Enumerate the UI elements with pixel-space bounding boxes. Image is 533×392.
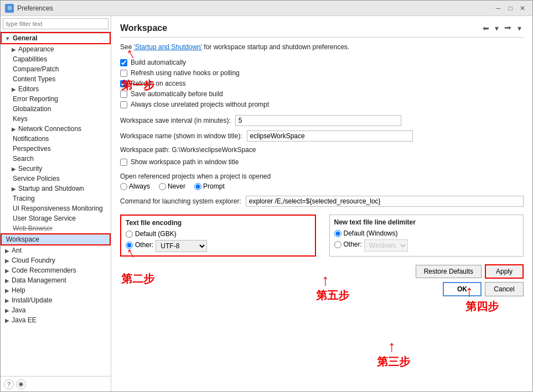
right-title: Workspace [120,23,167,33]
radio-always[interactable]: Always [120,182,150,190]
checkbox-refresh-access-input[interactable] [120,80,127,87]
tree-label-security: Security [18,165,42,173]
cancel-button[interactable]: Cancel [485,282,524,296]
tree-label-install-update: Install/Update [12,296,52,304]
tree-label-content-types: Content Types [13,75,55,83]
delimiter-other-option[interactable]: Other: [334,241,362,248]
checkbox-close-unrelated-label[interactable]: Always close unrelated projects without … [131,101,269,108]
tree-item-appearance[interactable]: ▶ Appearance [1,44,111,54]
workspace-name-input[interactable] [247,130,413,142]
tree-area: ▾ General ▶ Appearance Capabilities Comp… [1,32,111,376]
checkbox-refresh-native-input[interactable] [120,70,127,77]
tree-item-keys[interactable]: Keys [1,114,111,124]
show-path-label[interactable]: Show workspace path in window title [131,158,239,166]
checkbox-save-auto-build-label[interactable]: Save automatically before build [131,90,223,98]
forward-dropdown-button[interactable]: ▾ [515,23,524,34]
tree-arrow-install-update: ▶ [5,297,11,304]
encoding-select[interactable]: UTF-8 UTF-16 GBK ISO-8859-1 [156,240,207,252]
encoding-default-radio[interactable] [126,231,133,238]
help-icon[interactable]: ? [4,379,14,389]
radio-never[interactable]: Never [159,182,185,190]
right-panel: Workspace ⬅ ▾ ⮕ ▾ See 'Startup and Shutd… [111,16,532,391]
encoding-default-option[interactable]: Default (GBK) [126,230,311,238]
tree-item-perspectives[interactable]: Perspectives [1,144,111,154]
explorer-input[interactable] [246,196,524,207]
tree-item-compare-patch[interactable]: Compare/Patch [1,64,111,74]
ok-button[interactable]: OK [443,282,482,296]
forward-button[interactable]: ⮕ [502,23,514,34]
tree-item-editors[interactable]: ▶ Editors [1,84,111,94]
apply-button[interactable]: Apply [485,264,524,279]
tree-item-workspace[interactable]: Workspace [1,233,111,245]
tree-label-tracing: Tracing [13,195,35,202]
workspace-path-row: Workspace path: G:\Works\eclipseWorkSpac… [120,146,524,154]
delimiter-select[interactable]: Windows Unix macOS [364,239,408,252]
close-button[interactable]: ✕ [517,3,528,14]
tree-label-ui-responsiveness: UI Responsiveness Monitoring [13,205,103,212]
tree-item-search[interactable]: Search [1,154,111,164]
delimiter-default-option[interactable]: Default (Windows) [334,229,519,237]
tree-item-web-browser[interactable]: Web Browser [1,223,111,233]
radio-never-input[interactable] [159,183,166,190]
tree-arrow-security: ▶ [12,166,17,172]
title-bar: ⚙ Preferences ─ □ ✕ [1,1,532,16]
tree-item-cloud-foundry[interactable]: ▶ Cloud Foundry [1,255,111,265]
tree-item-error-reporting[interactable]: Error Reporting [1,94,111,104]
maximize-button[interactable]: □ [505,3,516,14]
tree-item-network-connections[interactable]: ▶ Network Connections [1,124,111,134]
tree-item-content-types[interactable]: Content Types [1,74,111,84]
explorer-label: Command for launching system explorer: [120,197,241,205]
tree-item-ui-responsiveness[interactable]: UI Responsiveness Monitoring [1,203,111,213]
encoding-area: Text file encoding Default (GBK) Other: … [120,215,524,257]
tree-item-ant[interactable]: ▶ Ant [1,245,111,255]
save-interval-label: Workspace save interval (in minutes): [120,117,231,124]
tree-label-network-connections: Network Connections [18,125,81,133]
tree-item-service-policies[interactable]: Service Policies [1,174,111,184]
tree-arrow-editors: ▶ [12,86,17,92]
radio-prompt[interactable]: Prompt [194,182,225,190]
tree-item-security[interactable]: ▶ Security [1,164,111,174]
tree-item-data-management[interactable]: ▶ Data Management [1,275,111,285]
radio-prompt-input[interactable] [194,183,201,190]
checkbox-refresh-access: Refresh on access [120,80,524,87]
workspace-name-row: Workspace name (shown in window title): [120,130,524,142]
tree-item-help[interactable]: ▶ Help [1,285,111,295]
tree-item-capabilities[interactable]: Capabilities [1,54,111,64]
show-path-checkbox[interactable] [120,159,127,166]
delimiter-other-radio[interactable] [334,241,341,248]
tree-arrow-startup: ▶ [12,186,17,192]
tree-item-globalization[interactable]: Globalization [1,104,111,114]
startup-shutdown-link[interactable]: 'Startup and Shutdown' [134,43,202,51]
tree-item-notifications[interactable]: Notifications [1,134,111,144]
encoding-other-option[interactable]: Other: [126,241,153,249]
checkbox-refresh-access-label[interactable]: Refresh on access [131,80,185,87]
delimiter-default-radio[interactable] [334,230,341,237]
save-interval-input[interactable] [235,115,401,126]
tree-item-install-update[interactable]: ▶ Install/Update [1,295,111,305]
radio-always-input[interactable] [120,183,127,190]
tree-item-code-recommenders[interactable]: ▶ Code Recommenders [1,265,111,275]
tree-arrow-appearance: ▶ [12,46,17,53]
checkbox-save-auto-build-input[interactable] [120,91,127,98]
back-dropdown-button[interactable]: ▾ [493,23,501,34]
filter-input[interactable] [3,18,108,29]
tree-item-tracing[interactable]: Tracing [1,194,111,203]
tree-item-java-ee[interactable]: ▶ Java EE [1,315,111,325]
tree-item-startup-shutdown[interactable]: ▶ Startup and Shutdown [1,184,111,194]
preferences-icon[interactable]: ◉ [16,379,26,389]
right-header: Workspace ⬅ ▾ ⮕ ▾ [120,23,524,38]
checkbox-build-auto-label[interactable]: Build automatically [131,59,186,66]
explorer-row: Command for launching system explorer: [120,196,524,207]
checkbox-refresh-native: Refresh using native hooks or polling [120,69,524,77]
checkbox-close-unrelated-input[interactable] [120,101,127,108]
encoding-other-radio[interactable] [126,242,133,249]
checkbox-refresh-native-label[interactable]: Refresh using native hooks or polling [131,69,240,77]
tree-item-java[interactable]: ▶ Java [1,305,111,315]
tree-label-workspace: Workspace [6,236,39,243]
back-button[interactable]: ⬅ [480,23,491,34]
tree-item-user-storage[interactable]: User Storage Service [1,213,111,223]
tree-item-general[interactable]: ▾ General [1,32,111,44]
checkbox-build-auto-input[interactable] [120,59,127,66]
minimize-button[interactable]: ─ [493,3,504,14]
restore-defaults-button[interactable]: Restore Defaults [416,265,482,278]
